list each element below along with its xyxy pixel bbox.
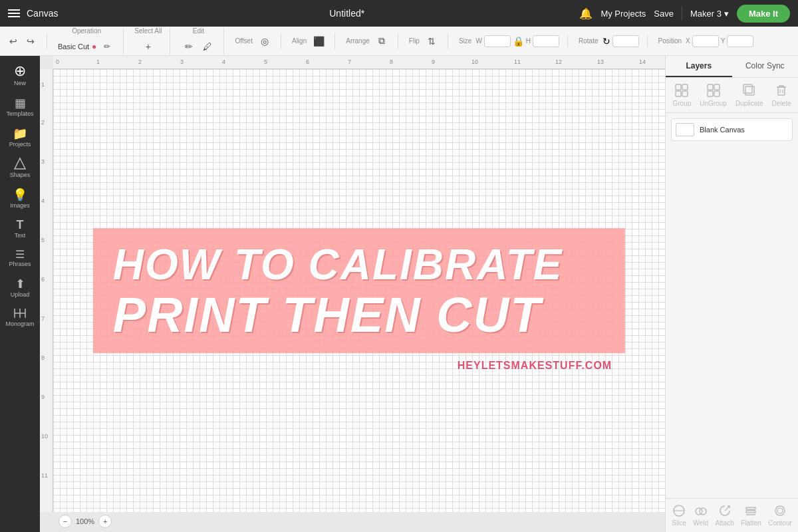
x-input[interactable] — [692, 35, 719, 47]
width-input[interactable] — [484, 35, 511, 47]
ruler-mark-8: 8 — [390, 59, 393, 65]
sidebar-item-new[interactable]: ⊕ New — [0, 59, 40, 90]
weld-action[interactable]: Weld — [693, 504, 708, 527]
ruler-h-inner: 0 1 2 3 4 5 6 7 8 9 10 11 12 13 14 15 — [53, 56, 665, 68]
grid-canvas[interactable]: HOW TO CALIBRATE PRINT THEN CUT HEYLETSM… — [53, 69, 665, 512]
flip-button[interactable]: ⇅ — [424, 33, 440, 49]
group-action[interactable]: Group — [673, 83, 692, 107]
svg-rect-13 — [714, 91, 720, 96]
zoom-value: 100% — [76, 517, 94, 525]
ruler-mark-4: 4 — [222, 59, 225, 65]
ungroup-action[interactable]: UnGroup — [700, 83, 727, 107]
sidebar-item-monogram[interactable]: Monogram — [0, 303, 40, 331]
rotate-input[interactable] — [612, 35, 639, 47]
width-label: W — [475, 37, 481, 45]
flatten-action[interactable]: Flatten — [741, 504, 761, 527]
y-input[interactable] — [727, 35, 753, 47]
delete-label: Delete — [772, 100, 791, 107]
group-icon — [674, 83, 689, 98]
ruler-mark-9: 9 — [432, 59, 435, 65]
align-button[interactable]: ⬛ — [311, 33, 327, 49]
redo-button[interactable]: ↪ — [23, 33, 39, 49]
sidebar-item-projects-label: Projects — [9, 141, 31, 148]
delete-action[interactable]: Delete — [772, 83, 791, 107]
v-mark-6: 6 — [41, 276, 45, 283]
sidebar-item-phrases[interactable]: ☰ Phrases — [0, 244, 40, 271]
edit-pencil-button[interactable]: ✏ — [181, 39, 197, 55]
my-projects-button[interactable]: My Projects — [600, 9, 646, 19]
arrange-button[interactable]: ⧉ — [374, 33, 390, 49]
zoom-out-button[interactable]: − — [59, 515, 72, 528]
sidebar-item-templates[interactable]: ▦ Templates — [0, 92, 40, 121]
sidebar-item-shapes[interactable]: Shapes — [0, 153, 40, 182]
svg-line-23 — [725, 506, 730, 511]
undo-redo-section: ↩ ↪ — [5, 33, 47, 49]
rotate-label: Rotate — [579, 38, 598, 45]
operation-edit-icon[interactable]: ✏ — [99, 39, 115, 55]
sidebar-item-upload[interactable]: ⬆ Upload — [0, 273, 40, 302]
bell-icon[interactable]: 🔔 — [579, 7, 593, 20]
svg-rect-6 — [676, 84, 681, 90]
ruler-mark-11: 11 — [514, 59, 521, 65]
save-button[interactable]: Save — [654, 9, 674, 19]
offset-label: Offset — [235, 38, 253, 45]
slice-action[interactable]: Slice — [672, 504, 686, 527]
make-it-button[interactable]: Make It — [737, 5, 790, 23]
v-mark-10: 10 — [41, 433, 48, 440]
canvas-image-container: HOW TO CALIBRATE PRINT THEN CUT HEYLETSM… — [93, 228, 625, 353]
flatten-label: Flatten — [741, 519, 761, 527]
sidebar-item-text-label: Text — [15, 232, 26, 239]
canvas-label: Canvas — [27, 8, 58, 19]
hamburger-menu-icon[interactable] — [8, 9, 20, 17]
tab-colorsync[interactable]: Color Sync — [732, 56, 799, 77]
ungroup-label: UnGroup — [700, 100, 727, 107]
size-label: Size — [459, 38, 471, 45]
v-mark-12: 12 — [41, 511, 48, 512]
zoom-in-button[interactable]: + — [98, 515, 112, 528]
canvas-area[interactable]: 0 1 2 3 4 5 6 7 8 9 10 11 12 13 14 15 — [40, 56, 665, 532]
attach-label: Attach — [715, 519, 733, 527]
offset-button[interactable]: ◎ — [257, 33, 273, 49]
top-nav-left: Canvas — [8, 8, 114, 19]
position-section: Position X Y — [658, 35, 762, 47]
attach-action[interactable]: Attach — [715, 504, 733, 527]
contour-action[interactable]: Contour — [768, 504, 792, 527]
sidebar-item-new-label: New — [14, 80, 26, 86]
ruler-mark-14: 14 — [639, 59, 646, 65]
ruler-vertical: 1 2 3 4 5 6 7 8 9 10 11 12 — [40, 69, 53, 512]
right-actions-top: Group UnGroup Duplicate — [666, 78, 798, 113]
slice-icon — [672, 504, 686, 517]
undo-button[interactable]: ↩ — [5, 33, 21, 49]
svg-rect-24 — [746, 507, 755, 509]
ruler-mark-3: 3 — [180, 59, 184, 65]
main-layout: ⊕ New ▦ Templates 📁 Projects Shapes 💡 Im… — [0, 56, 798, 532]
select-all-button[interactable]: + — [140, 39, 156, 55]
canvas-body: 1 2 3 4 5 6 7 8 9 10 11 12 HOW TO — [40, 69, 665, 512]
banner-title-line1: HOW TO CALIBRATE — [113, 241, 605, 288]
bottom-actions: Slice Weld Attach — [666, 498, 798, 532]
blank-canvas-name: Blank Canvas — [700, 126, 745, 134]
edit-pen-button[interactable]: 🖊 — [200, 39, 215, 55]
sidebar-item-projects[interactable]: 📁 Projects — [0, 122, 40, 152]
attach-icon — [718, 504, 732, 517]
machine-selector[interactable]: Maker 3 ▾ — [690, 9, 729, 19]
ruler-mark-7: 7 — [348, 59, 351, 65]
tab-layers[interactable]: Layers — [666, 56, 732, 77]
lock-icon[interactable]: 🔒 — [513, 36, 524, 47]
top-nav-center: Untitled* — [114, 8, 579, 19]
svg-rect-7 — [682, 84, 688, 90]
sidebar-item-images-label: Images — [10, 202, 30, 209]
sidebar-item-images[interactable]: 💡 Images — [0, 184, 40, 213]
offset-section: Offset ◎ — [235, 33, 281, 49]
svg-point-22 — [700, 508, 706, 515]
v-mark-8: 8 — [41, 354, 45, 361]
svg-rect-15 — [743, 84, 752, 93]
sidebar-item-monogram-label: Monogram — [5, 321, 34, 327]
svg-rect-9 — [682, 91, 688, 96]
duplicate-action[interactable]: Duplicate — [735, 83, 763, 107]
machine-name: Maker 3 — [690, 9, 722, 19]
edit-section: Edit ✏ 🖊 — [181, 28, 224, 55]
blank-canvas-item[interactable]: Blank Canvas — [671, 118, 793, 141]
sidebar-item-text[interactable]: T Text — [0, 214, 40, 243]
height-input[interactable] — [533, 35, 559, 47]
